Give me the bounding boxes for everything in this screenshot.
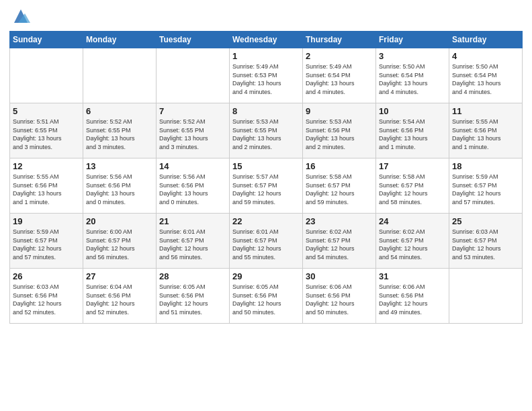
calendar-cell: 30Sunrise: 6:06 AM Sunset: 6:56 PM Dayli…	[303, 269, 376, 324]
calendar-week-row: 5Sunrise: 5:51 AM Sunset: 6:55 PM Daylig…	[10, 103, 523, 158]
day-info: Sunrise: 5:58 AM Sunset: 6:57 PM Dayligh…	[379, 173, 428, 205]
page: SundayMondayTuesdayWednesdayThursdayFrid…	[0, 0, 532, 411]
day-info: Sunrise: 6:05 AM Sunset: 6:56 PM Dayligh…	[159, 283, 208, 316]
day-of-week-header: Thursday	[303, 32, 376, 48]
day-number: 14	[159, 161, 226, 171]
day-info: Sunrise: 6:06 AM Sunset: 6:56 PM Dayligh…	[306, 283, 355, 316]
calendar-cell: 2Sunrise: 5:49 AM Sunset: 6:54 PM Daylig…	[303, 48, 376, 103]
day-number: 2	[306, 51, 373, 61]
day-of-week-header: Friday	[376, 32, 449, 48]
day-info: Sunrise: 6:04 AM Sunset: 6:56 PM Dayligh…	[86, 283, 135, 316]
calendar-header-row: SundayMondayTuesdayWednesdayThursdayFrid…	[10, 32, 523, 48]
day-info: Sunrise: 6:06 AM Sunset: 6:56 PM Dayligh…	[379, 283, 428, 316]
calendar-cell	[157, 48, 230, 103]
calendar-cell: 31Sunrise: 6:06 AM Sunset: 6:56 PM Dayli…	[376, 269, 449, 324]
day-info: Sunrise: 5:55 AM Sunset: 6:56 PM Dayligh…	[452, 118, 501, 150]
day-info: Sunrise: 5:49 AM Sunset: 6:53 PM Dayligh…	[232, 63, 281, 95]
calendar: SundayMondayTuesdayWednesdayThursdayFrid…	[9, 31, 523, 324]
day-number: 29	[232, 271, 300, 281]
day-number: 7	[159, 106, 226, 116]
day-of-week-header: Monday	[83, 32, 157, 48]
day-number: 16	[306, 161, 373, 171]
calendar-cell: 4Sunrise: 5:50 AM Sunset: 6:54 PM Daylig…	[449, 48, 523, 103]
day-info: Sunrise: 5:54 AM Sunset: 6:56 PM Dayligh…	[379, 118, 428, 150]
calendar-cell: 3Sunrise: 5:50 AM Sunset: 6:54 PM Daylig…	[376, 48, 449, 103]
day-number: 31	[379, 271, 446, 281]
calendar-cell: 6Sunrise: 5:52 AM Sunset: 6:55 PM Daylig…	[83, 103, 157, 158]
calendar-cell: 25Sunrise: 6:03 AM Sunset: 6:57 PM Dayli…	[449, 214, 523, 269]
calendar-cell: 5Sunrise: 5:51 AM Sunset: 6:55 PM Daylig…	[10, 103, 83, 158]
day-info: Sunrise: 5:56 AM Sunset: 6:56 PM Dayligh…	[159, 173, 208, 205]
calendar-cell: 26Sunrise: 6:03 AM Sunset: 6:56 PM Dayli…	[10, 269, 83, 324]
calendar-week-row: 19Sunrise: 5:59 AM Sunset: 6:57 PM Dayli…	[10, 214, 523, 269]
day-number: 9	[306, 106, 373, 116]
day-number: 18	[452, 161, 519, 171]
day-number: 4	[452, 51, 519, 61]
day-number: 5	[13, 106, 80, 116]
calendar-cell	[449, 269, 523, 324]
day-info: Sunrise: 5:49 AM Sunset: 6:54 PM Dayligh…	[306, 63, 355, 95]
day-info: Sunrise: 6:02 AM Sunset: 6:57 PM Dayligh…	[379, 228, 428, 261]
day-number: 20	[86, 216, 153, 226]
calendar-cell: 1Sunrise: 5:49 AM Sunset: 6:53 PM Daylig…	[230, 48, 303, 103]
day-info: Sunrise: 5:57 AM Sunset: 6:57 PM Dayligh…	[232, 173, 281, 205]
calendar-cell: 29Sunrise: 6:05 AM Sunset: 6:56 PM Dayli…	[230, 269, 303, 324]
day-info: Sunrise: 5:52 AM Sunset: 6:55 PM Dayligh…	[159, 118, 208, 150]
calendar-cell: 7Sunrise: 5:52 AM Sunset: 6:55 PM Daylig…	[157, 103, 230, 158]
calendar-cell: 15Sunrise: 5:57 AM Sunset: 6:57 PM Dayli…	[230, 158, 303, 214]
day-number: 23	[306, 216, 373, 226]
day-info: Sunrise: 5:52 AM Sunset: 6:55 PM Dayligh…	[86, 118, 135, 150]
day-info: Sunrise: 5:51 AM Sunset: 6:55 PM Dayligh…	[13, 118, 62, 150]
calendar-cell: 21Sunrise: 6:01 AM Sunset: 6:57 PM Dayli…	[157, 214, 230, 269]
calendar-cell: 8Sunrise: 5:53 AM Sunset: 6:55 PM Daylig…	[230, 103, 303, 158]
day-info: Sunrise: 5:59 AM Sunset: 6:57 PM Dayligh…	[13, 228, 62, 261]
day-info: Sunrise: 5:58 AM Sunset: 6:57 PM Dayligh…	[306, 173, 355, 205]
day-info: Sunrise: 6:03 AM Sunset: 6:56 PM Dayligh…	[13, 283, 62, 316]
day-info: Sunrise: 5:53 AM Sunset: 6:55 PM Dayligh…	[232, 118, 281, 150]
day-number: 17	[379, 161, 446, 171]
day-info: Sunrise: 6:02 AM Sunset: 6:57 PM Dayligh…	[306, 228, 355, 261]
day-info: Sunrise: 5:56 AM Sunset: 6:56 PM Dayligh…	[86, 173, 135, 205]
day-info: Sunrise: 5:59 AM Sunset: 6:57 PM Dayligh…	[452, 173, 501, 205]
logo-icon	[11, 7, 30, 26]
day-info: Sunrise: 6:05 AM Sunset: 6:56 PM Dayligh…	[232, 283, 281, 316]
day-of-week-header: Saturday	[449, 32, 523, 48]
day-number: 25	[452, 216, 519, 226]
day-number: 21	[159, 216, 226, 226]
calendar-cell: 23Sunrise: 6:02 AM Sunset: 6:57 PM Dayli…	[303, 214, 376, 269]
calendar-cell: 22Sunrise: 6:01 AM Sunset: 6:57 PM Dayli…	[230, 214, 303, 269]
day-info: Sunrise: 6:01 AM Sunset: 6:57 PM Dayligh…	[232, 228, 281, 261]
day-number: 22	[232, 216, 300, 226]
calendar-cell: 9Sunrise: 5:53 AM Sunset: 6:56 PM Daylig…	[303, 103, 376, 158]
day-number: 3	[379, 51, 446, 61]
day-number: 26	[13, 271, 80, 281]
calendar-cell: 17Sunrise: 5:58 AM Sunset: 6:57 PM Dayli…	[376, 158, 449, 214]
header	[9, 7, 523, 26]
day-number: 28	[159, 271, 226, 281]
day-number: 27	[86, 271, 153, 281]
calendar-cell: 16Sunrise: 5:58 AM Sunset: 6:57 PM Dayli…	[303, 158, 376, 214]
day-number: 15	[232, 161, 300, 171]
day-number: 30	[306, 271, 373, 281]
calendar-cell: 13Sunrise: 5:56 AM Sunset: 6:56 PM Dayli…	[83, 158, 157, 214]
day-number: 8	[232, 106, 300, 116]
calendar-week-row: 12Sunrise: 5:55 AM Sunset: 6:56 PM Dayli…	[10, 158, 523, 214]
day-info: Sunrise: 5:50 AM Sunset: 6:54 PM Dayligh…	[379, 63, 428, 95]
calendar-cell	[83, 48, 157, 103]
day-of-week-header: Tuesday	[157, 32, 230, 48]
day-number: 24	[379, 216, 446, 226]
day-number: 13	[86, 161, 153, 171]
calendar-cell	[10, 48, 83, 103]
day-number: 11	[452, 106, 519, 116]
calendar-week-row: 1Sunrise: 5:49 AM Sunset: 6:53 PM Daylig…	[10, 48, 523, 103]
calendar-cell: 11Sunrise: 5:55 AM Sunset: 6:56 PM Dayli…	[449, 103, 523, 158]
calendar-cell: 12Sunrise: 5:55 AM Sunset: 6:56 PM Dayli…	[10, 158, 83, 214]
day-number: 10	[379, 106, 446, 116]
day-of-week-header: Sunday	[10, 32, 83, 48]
calendar-cell: 27Sunrise: 6:04 AM Sunset: 6:56 PM Dayli…	[83, 269, 157, 324]
calendar-cell: 10Sunrise: 5:54 AM Sunset: 6:56 PM Dayli…	[376, 103, 449, 158]
day-number: 12	[13, 161, 80, 171]
day-info: Sunrise: 6:01 AM Sunset: 6:57 PM Dayligh…	[159, 228, 208, 261]
day-number: 19	[13, 216, 80, 226]
calendar-cell: 28Sunrise: 6:05 AM Sunset: 6:56 PM Dayli…	[157, 269, 230, 324]
